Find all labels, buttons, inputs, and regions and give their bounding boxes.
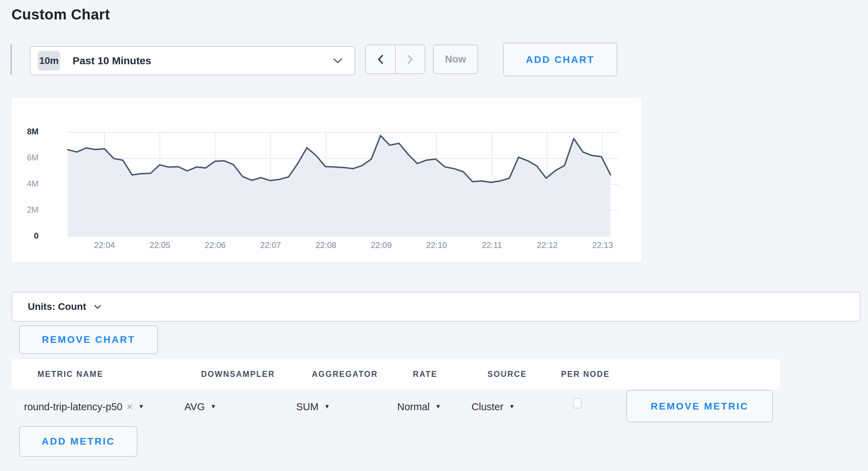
downsampler-value: AVG [184,401,205,413]
y-tick-label: 2M [27,205,39,214]
units-label: Units: Count [28,301,86,312]
series-area-fill [68,135,611,237]
remove-chart-button[interactable]: REMOVE CHART [19,325,158,354]
x-tick-label: 22:08 [316,240,336,250]
chevron-left-icon [377,55,384,64]
chevron-down-icon [94,305,101,309]
time-range-label: Past 10 Minutes [73,55,151,67]
time-range-badge: 10m [38,51,60,71]
add-chart-button[interactable]: ADD CHART [503,43,617,76]
x-tick-label: 22:07 [260,240,281,250]
caret-down-icon: ▼ [509,403,515,410]
column-header-rate: RATE [413,359,437,389]
column-header-metric-name: METRIC NAME [37,359,103,389]
caret-down-icon: ▼ [435,403,441,410]
column-header-aggregator: AGGREGATOR [312,359,378,389]
column-header-per-node: PER NODE [561,359,610,389]
x-tick-label: 22:09 [371,240,392,250]
aggregator-value: SUM [296,401,318,413]
caret-down-icon: ▼ [210,403,216,410]
y-tick-label: 4M [27,179,39,188]
metric-name-value: round-trip-latency-p50 [24,401,123,413]
chevron-down-icon [333,58,343,64]
y-tick-label: 0 [34,231,39,240]
chevron-right-icon [407,55,414,64]
column-header-downsampler: DOWNSAMPLER [201,359,275,389]
remove-metric-button[interactable]: REMOVE METRIC [626,390,773,422]
latency-area-chart[interactable]: 02M4M6M8M22:0422:0522:0622:0722:0822:092… [11,98,642,263]
time-pager-group [365,44,425,74]
x-tick-label: 22:04 [94,240,115,250]
x-tick-label: 22:06 [205,240,226,250]
units-dropdown[interactable]: Units: Count [11,292,860,322]
remove-metric-value-icon[interactable]: × [127,401,133,413]
x-tick-label: 22:11 [482,240,502,250]
downsampler-select[interactable]: AVG ▼ [184,398,216,416]
caret-down-icon: ▼ [324,403,330,410]
aggregator-select[interactable]: SUM ▼ [296,398,330,416]
custom-chart-page: Custom Chart 10m Past 10 Minutes Now ADD… [0,0,868,471]
x-tick-label: 22:13 [592,240,613,250]
x-tick-label: 22:05 [149,240,170,250]
rate-value: Normal [397,401,429,413]
left-accent-bar [10,44,12,75]
metrics-table-header: METRIC NAME DOWNSAMPLER AGGREGATOR RATE … [11,359,780,389]
source-select[interactable]: Cluster ▼ [471,398,515,416]
y-tick-label: 6M [27,153,39,162]
metric-name-select[interactable]: round-trip-latency-p50 × ▼ [24,398,144,416]
now-button[interactable]: Now [433,44,478,74]
per-node-checkbox[interactable] [573,398,582,408]
y-tick-label: 8M [27,127,39,136]
page-title: Custom Chart [11,6,110,23]
chart-card: 02M4M6M8M22:0422:0522:0622:0722:0822:092… [11,98,642,263]
time-forward-button[interactable] [396,45,425,73]
x-tick-label: 22:12 [537,240,558,250]
caret-down-icon: ▼ [138,403,144,410]
add-metric-button[interactable]: ADD METRIC [19,426,137,457]
time-back-button[interactable] [366,45,395,73]
x-tick-label: 22:10 [426,240,447,250]
source-value: Cluster [471,401,503,413]
time-range-dropdown[interactable]: 10m Past 10 Minutes [30,46,355,75]
rate-select[interactable]: Normal ▼ [397,398,441,416]
column-header-source: SOURCE [487,359,527,389]
